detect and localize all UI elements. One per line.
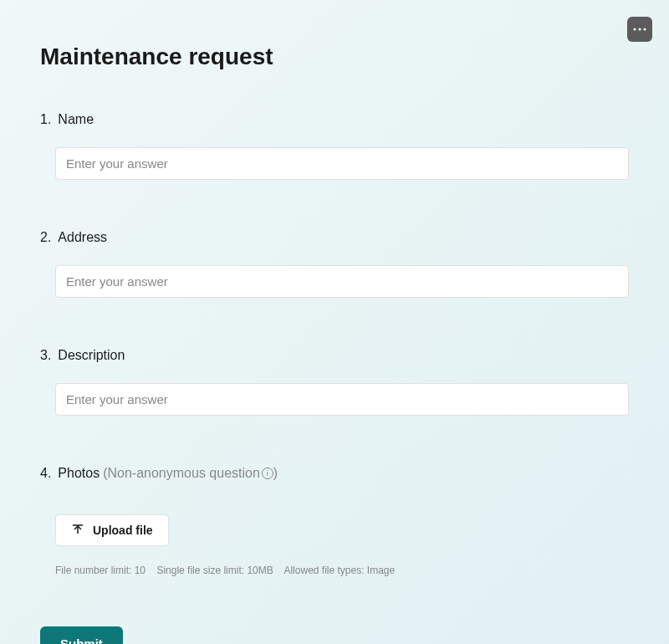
question-number: 3. <box>40 348 51 363</box>
question-description: 3. Description <box>40 348 629 416</box>
svg-point-2 <box>644 28 646 31</box>
question-label: 2. Address <box>40 230 629 245</box>
upload-icon <box>71 524 84 537</box>
question-text: Name <box>58 112 94 127</box>
question-text: Photos <box>58 466 100 481</box>
more-options-button[interactable] <box>627 17 652 42</box>
file-limits: File number limit: 10 Single file size l… <box>55 565 629 576</box>
description-input[interactable] <box>55 383 629 416</box>
name-input[interactable] <box>55 147 629 180</box>
submit-button[interactable]: Submit <box>40 626 123 644</box>
question-photos: 4. Photos (Non-anonymous questioni) Uplo… <box>40 466 629 576</box>
question-hint: (Non-anonymous questioni) <box>103 466 278 481</box>
question-number: 2. <box>40 230 51 245</box>
upload-button-label: Upload file <box>93 524 153 537</box>
upload-file-button[interactable]: Upload file <box>55 514 169 546</box>
question-text: Address <box>58 230 107 245</box>
file-number-limit: File number limit: 10 <box>55 565 146 576</box>
question-label: 4. Photos (Non-anonymous questioni) <box>40 466 629 481</box>
info-icon[interactable]: i <box>262 468 273 479</box>
question-number: 1. <box>40 112 51 127</box>
address-input[interactable] <box>55 265 629 298</box>
question-number: 4. <box>40 466 51 481</box>
form-title: Maintenance request <box>40 43 629 70</box>
question-label: 3. Description <box>40 348 629 363</box>
question-text: Description <box>58 348 125 363</box>
question-address: 2. Address <box>40 230 629 298</box>
question-name: 1. Name <box>40 112 629 180</box>
form-container: Maintenance request 1. Name 2. Address 3… <box>0 0 669 644</box>
svg-point-1 <box>639 28 641 31</box>
file-types-limit: Allowed file types: Image <box>283 565 395 576</box>
question-label: 1. Name <box>40 112 629 127</box>
file-size-limit: Single file size limit: 10MB <box>156 565 273 576</box>
hint-text: (Non-anonymous question <box>103 466 260 481</box>
svg-point-0 <box>634 28 636 31</box>
more-horizontal-icon <box>633 28 646 31</box>
